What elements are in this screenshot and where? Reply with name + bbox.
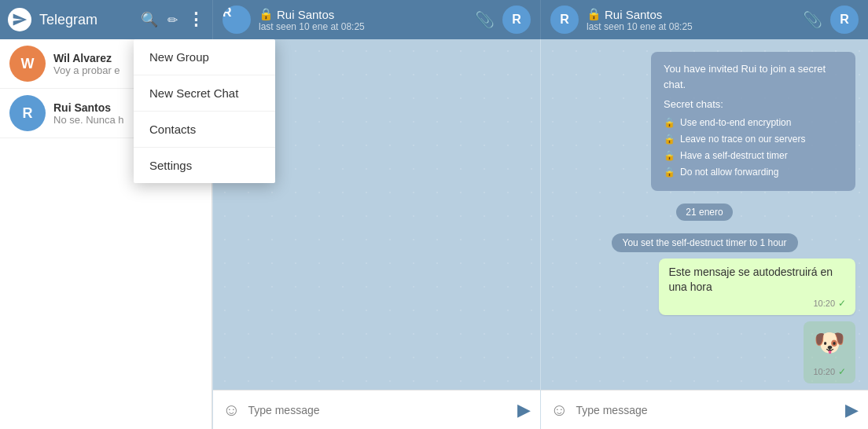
- date-badge: 21 enero: [676, 204, 732, 221]
- menu-item-new-group[interactable]: New Group: [134, 39, 275, 75]
- right-chat-info: 🔒 Rui Santos last seen 10 ene at 08:25: [587, 7, 795, 32]
- right-clip-icon[interactable]: 📎: [803, 10, 822, 29]
- left-chat-header: R 🔒 Rui Santos last seen 10 ene at 08:25…: [212, 0, 540, 39]
- right-chat-header: R 🔒 Rui Santos last seen 10 ene at 08:25…: [540, 0, 868, 39]
- secret-feature-2: 🔒 Leave no trace on our servers: [664, 132, 843, 146]
- lock-icon-2: 🔒: [664, 132, 675, 146]
- right-message-input[interactable]: [576, 404, 837, 416]
- secret-chat-invited-text: You have invited Rui to join a secret ch…: [664, 61, 843, 92]
- left-emoji-button[interactable]: ☺: [223, 400, 240, 420]
- emoji-message-bubble: 🐶 10:20 ✓: [804, 321, 855, 383]
- right-chat-avatar-2: R: [830, 6, 859, 34]
- right-chat-messages: You have invited Rui to join a secret ch…: [541, 39, 868, 390]
- dropdown-menu: New Group New Secret Chat Contacts Setti…: [134, 39, 275, 183]
- right-chat-input-area: ☺ ▶: [541, 390, 868, 429]
- secret-feature-4: 🔒 Do not allow forwarding: [664, 165, 843, 179]
- menu-item-new-secret-chat[interactable]: New Secret Chat: [134, 75, 275, 112]
- right-send-button[interactable]: ▶: [845, 400, 859, 420]
- chat-headers: R 🔒 Rui Santos last seen 10 ene at 08:25…: [212, 0, 868, 39]
- lock-icon-3: 🔒: [664, 148, 675, 163]
- menu-icon[interactable]: ⋮: [187, 9, 204, 30]
- header-icons: 🔍 ✏ ⋮: [141, 9, 204, 30]
- left-chat-status: last seen 10 ene at 08:25: [259, 21, 467, 32]
- secret-chat-subtitle: Secret chats:: [664, 97, 843, 112]
- sidebar: W Wil Alvarez Voy a probar e R Rui Santo…: [0, 39, 212, 429]
- right-lock-icon: 🔒: [587, 7, 601, 21]
- message-meta-2: 10:20 ✓: [813, 366, 846, 377]
- secret-feature-1: 🔒 Use end-to-end encryption: [664, 116, 843, 130]
- right-emoji-button[interactable]: ☺: [550, 400, 568, 420]
- chat-panels: ☺ ▶ You have invited Rui to join a secre…: [212, 39, 868, 429]
- message-bubble-text: Este mensaje se autodestruirá en una hor…: [659, 258, 855, 315]
- right-chat-panel: You have invited Rui to join a secret ch…: [540, 39, 868, 429]
- chat-avatar-wil: W: [9, 46, 46, 82]
- left-chat-avatar-2: R: [502, 6, 531, 34]
- search-icon[interactable]: 🔍: [141, 11, 158, 28]
- secret-chat-info: You have invited Rui to join a secret ch…: [651, 52, 855, 191]
- lock-icon-4: 🔒: [664, 165, 675, 179]
- left-chat-name: 🔒 Rui Santos: [259, 7, 467, 21]
- compose-icon[interactable]: ✏: [167, 13, 178, 28]
- secret-feature-3: 🔒 Have a self-destruct timer: [664, 148, 843, 163]
- menu-item-contacts[interactable]: Contacts: [134, 112, 275, 148]
- left-chat-info: 🔒 Rui Santos last seen 10 ene at 08:25: [259, 7, 467, 32]
- chat-avatar-rui: R: [9, 95, 46, 131]
- emoji-icon: 🐶: [814, 328, 845, 358]
- lock-icon-1: 🔒: [664, 116, 675, 130]
- app-title: Telegram: [39, 12, 133, 28]
- message-time-2: 10:20: [813, 367, 835, 376]
- message-checkmarks-1: ✓: [838, 298, 846, 309]
- message-checkmarks-2: ✓: [838, 366, 846, 377]
- left-lock-icon: 🔒: [259, 7, 274, 21]
- system-message: You set the self-destruct timer to 1 hou…: [612, 233, 798, 252]
- telegram-logo: [8, 8, 31, 31]
- left-message-input[interactable]: [248, 404, 509, 416]
- right-chat-status: last seen 10 ene at 08:25: [587, 21, 795, 32]
- menu-item-settings[interactable]: Settings: [134, 148, 275, 183]
- sidebar-header: Telegram 🔍 ✏ ⋮: [0, 0, 212, 39]
- right-chat-name: 🔒 Rui Santos: [587, 7, 795, 21]
- message-meta-1: 10:20 ✓: [668, 298, 846, 309]
- left-clip-icon[interactable]: 📎: [475, 10, 495, 29]
- left-send-button[interactable]: ▶: [517, 400, 531, 420]
- message-time-1: 10:20: [813, 299, 835, 308]
- left-chat-avatar: R: [223, 6, 251, 34]
- right-chat-avatar: R: [550, 6, 579, 34]
- message-text: Este mensaje se autodestruirá en una hor…: [668, 265, 846, 295]
- left-chat-input-area: ☺ ▶: [213, 390, 540, 429]
